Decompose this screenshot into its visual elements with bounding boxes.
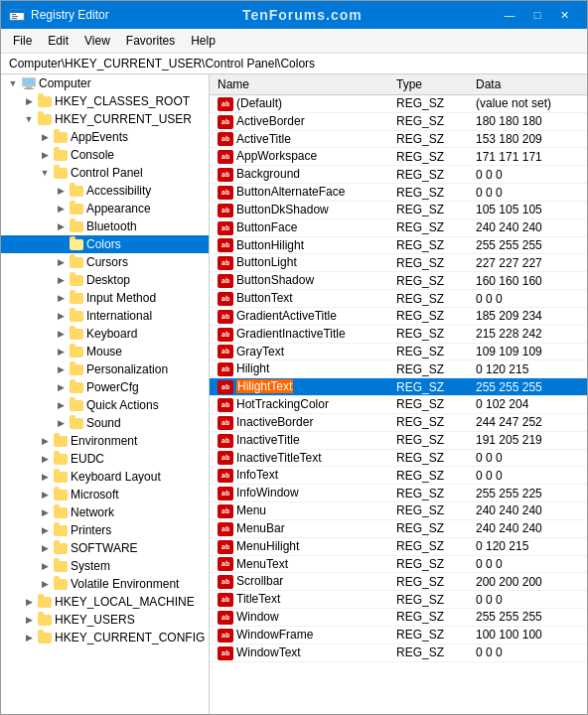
tree-item-console[interactable]: ▶ Console <box>1 146 209 164</box>
tree-item-printers[interactable]: ▶ Printers <box>1 521 209 539</box>
tree-item-powercfg[interactable]: ▶ PowerCfg <box>1 378 209 396</box>
menu-view[interactable]: View <box>76 31 118 51</box>
folder-icon-printers <box>53 522 69 538</box>
table-row[interactable]: abButtonFaceREG_SZ240 240 240 <box>210 218 587 236</box>
folder-icon-volatileenv <box>53 576 69 592</box>
table-row[interactable]: abInfoWindowREG_SZ255 255 225 <box>210 485 587 502</box>
tree-item-eudc[interactable]: ▶ EUDC <box>1 450 209 468</box>
table-row[interactable]: abInactiveTitleREG_SZ191 205 219 <box>210 431 587 449</box>
tree-item-hku[interactable]: ▶ HKEY_USERS <box>1 611 209 629</box>
tree-item-inputmethod[interactable]: ▶ Input Method <box>1 289 209 307</box>
table-row[interactable]: abWindowREG_SZ255 255 255 <box>210 609 587 627</box>
tree-label-bluetooth: Bluetooth <box>84 219 209 233</box>
cell-type: REG_SZ <box>388 290 468 308</box>
tree-item-hkcr[interactable]: ▶ HKEY_CLASSES_ROOT <box>1 92 209 110</box>
tree-label-microsoft: Microsoft <box>69 488 209 501</box>
menu-edit[interactable]: Edit <box>40 31 76 51</box>
tree-label-sound: Sound <box>84 416 209 430</box>
minimize-button[interactable]: — <box>496 5 523 25</box>
table-row[interactable]: abTitleTextREG_SZ0 0 0 <box>210 591 587 609</box>
table-row[interactable]: abAppWorkspaceREG_SZ171 171 171 <box>210 148 587 166</box>
tree-item-hkcc[interactable]: ▶ HKEY_CURRENT_CONFIG <box>1 629 209 646</box>
tree-item-cursors[interactable]: ▶ Cursors <box>1 253 209 271</box>
tree-label-powercfg: PowerCfg <box>84 380 209 394</box>
folder-icon-software <box>53 540 69 556</box>
expander-appearance: ▶ <box>53 201 69 216</box>
table-row[interactable]: abGrayTextREG_SZ109 109 109 <box>210 343 587 360</box>
folder-icon-sound <box>69 415 84 431</box>
cell-name: abHilight <box>210 360 388 378</box>
tree-panel: ▼ Computer ▶ HKEY_CLASSES_ROOT ▼ HKEY_CU… <box>1 74 210 714</box>
table-row[interactable]: abInfoTextREG_SZ0 0 0 <box>210 467 587 485</box>
table-row[interactable]: abButtonAlternateFaceREG_SZ0 0 0 <box>210 184 587 202</box>
table-row[interactable]: abWindowTextREG_SZ0 0 0 <box>210 644 587 661</box>
table-row[interactable]: abBackgroundREG_SZ0 0 0 <box>210 166 587 184</box>
tree-item-controlpanel[interactable]: ▼ Control Panel <box>1 164 209 182</box>
tree-item-personalization[interactable]: ▶ Personalization <box>1 360 209 378</box>
reg-sz-icon: ab <box>218 274 233 288</box>
table-row[interactable]: abActiveBorderREG_SZ180 180 180 <box>210 112 587 130</box>
table-row[interactable]: abActiveTitleREG_SZ153 180 209 <box>210 130 587 148</box>
table-row[interactable]: abMenuTextREG_SZ0 0 0 <box>210 555 587 573</box>
cell-name: abWindowFrame <box>210 626 388 644</box>
cell-data: 0 0 0 <box>468 290 587 308</box>
tree-item-hklm[interactable]: ▶ HKEY_LOCAL_MACHINE <box>1 593 209 611</box>
tree-item-appearance[interactable]: ▶ Appearance <box>1 200 209 217</box>
folder-icon-cursors <box>69 254 84 270</box>
tree-item-accessibility[interactable]: ▶ Accessibility <box>1 182 209 200</box>
right-panel: Name Type Data ab(Default)REG_SZ(value n… <box>210 74 587 714</box>
menu-file[interactable]: File <box>5 31 40 51</box>
tree-item-sound[interactable]: ▶ Sound <box>1 414 209 432</box>
tree-item-quickactions[interactable]: ▶ Quick Actions <box>1 396 209 414</box>
table-row[interactable]: abGradientActiveTitleREG_SZ185 209 234 <box>210 307 587 325</box>
tree-item-international[interactable]: ▶ International <box>1 307 209 325</box>
cell-name: abButtonHilight <box>210 236 388 254</box>
reg-sz-icon: ab <box>218 416 233 430</box>
cell-data: (value not set) <box>468 95 587 113</box>
tree-item-mouse[interactable]: ▶ Mouse <box>1 343 209 360</box>
table-row[interactable]: abInactiveBorderREG_SZ244 247 252 <box>210 413 587 431</box>
cell-type: REG_SZ <box>388 148 468 166</box>
tree-item-hkcu[interactable]: ▼ HKEY_CURRENT_USER <box>1 110 209 128</box>
expander-network: ▶ <box>37 504 53 520</box>
table-row[interactable]: abButtonDkShadowREG_SZ105 105 105 <box>210 201 587 218</box>
table-row[interactable]: abHotTrackingColorREG_SZ0 102 204 <box>210 396 587 414</box>
tree-item-desktop[interactable]: ▶ Desktop <box>1 271 209 289</box>
tree-item-colors[interactable]: Colors <box>1 235 209 253</box>
maximize-button[interactable]: □ <box>523 5 551 25</box>
table-row[interactable]: abInactiveTitleTextREG_SZ0 0 0 <box>210 449 587 467</box>
tree-item-network[interactable]: ▶ Network <box>1 503 209 521</box>
table-row[interactable]: abHilightTextREG_SZ255 255 255 <box>210 378 587 396</box>
tree-item-keyboardlayout[interactable]: ▶ Keyboard Layout <box>1 468 209 486</box>
cell-name: abWindowText <box>210 644 388 661</box>
table-row[interactable]: abButtonTextREG_SZ0 0 0 <box>210 290 587 308</box>
tree-item-appevents[interactable]: ▶ AppEvents <box>1 128 209 146</box>
tree-item-bluetooth[interactable]: ▶ Bluetooth <box>1 217 209 235</box>
expander-volatileenv: ▶ <box>37 576 53 592</box>
table-row[interactable]: abGradientInactiveTitleREG_SZ215 228 242 <box>210 325 587 343</box>
tree-item-computer[interactable]: ▼ Computer <box>1 74 209 92</box>
tree-item-microsoft[interactable]: ▶ Microsoft <box>1 486 209 503</box>
table-row[interactable]: abMenuBarREG_SZ240 240 240 <box>210 519 587 537</box>
table-row[interactable]: abMenuREG_SZ240 240 240 <box>210 502 587 520</box>
table-row[interactable]: abButtonLightREG_SZ227 227 227 <box>210 254 587 272</box>
table-row[interactable]: abButtonHilightREG_SZ255 255 255 <box>210 236 587 254</box>
menu-help[interactable]: Help <box>183 31 223 51</box>
table-row[interactable]: abHilightREG_SZ0 120 215 <box>210 360 587 378</box>
tree-item-environment[interactable]: ▶ Environment <box>1 432 209 450</box>
table-row[interactable]: abWindowFrameREG_SZ100 100 100 <box>210 626 587 644</box>
table-row[interactable]: abMenuHilightREG_SZ0 120 215 <box>210 537 587 555</box>
cell-data: 105 105 105 <box>468 201 587 218</box>
close-button[interactable]: ✕ <box>551 5 579 25</box>
reg-sz-icon: ab <box>218 398 233 412</box>
tree-item-volatileenv[interactable]: ▶ Volatile Environment <box>1 575 209 593</box>
table-row[interactable]: ab(Default)REG_SZ(value not set) <box>210 95 587 113</box>
tree-item-software[interactable]: ▶ SOFTWARE <box>1 539 209 557</box>
menu-favorites[interactable]: Favorites <box>118 31 183 51</box>
table-row[interactable]: abButtonShadowREG_SZ160 160 160 <box>210 272 587 290</box>
reg-sz-icon: ab <box>218 380 233 394</box>
table-row[interactable]: abScrollbarREG_SZ200 200 200 <box>210 573 587 591</box>
tree-item-system[interactable]: ▶ System <box>1 557 209 575</box>
registry-editor-window: Registry Editor TenForums.com — □ ✕ File… <box>0 0 588 715</box>
tree-item-keyboard[interactable]: ▶ Keyboard <box>1 325 209 343</box>
